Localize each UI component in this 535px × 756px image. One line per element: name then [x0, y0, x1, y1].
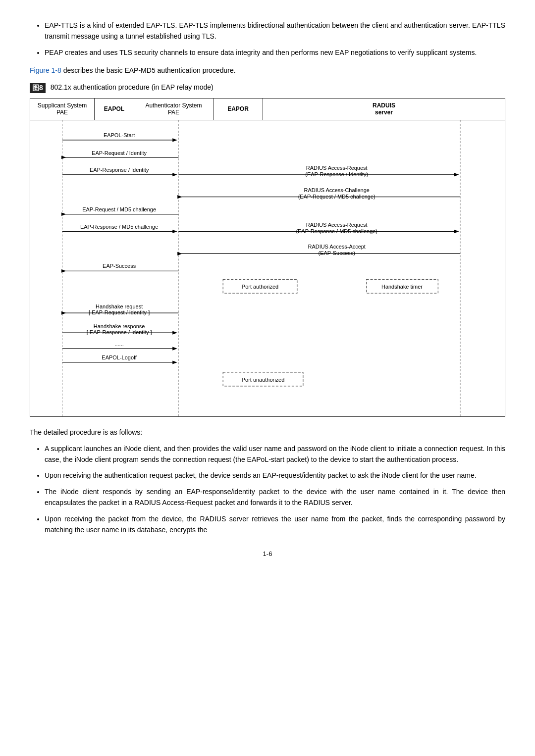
msg-radius-acceptb: (EAP-Success): [319, 250, 355, 256]
msg-eap-resp-id: EAP-Response / Identity: [90, 166, 149, 172]
msg-handshake-req2: [ EAP-Request / Identity ]: [89, 309, 150, 315]
msg-dots: ......: [114, 341, 123, 347]
col-radius-header: RADUISserver: [263, 99, 505, 120]
col-auth-header: Authenticator SystemPAE: [134, 99, 214, 120]
detail-section: The detailed procedure is as follows: A …: [30, 427, 505, 535]
detail-bullet-3: Upon receiving the packet from the devic…: [45, 513, 505, 536]
msg-port-authorized: Port authorized: [242, 284, 278, 290]
msg-radius-access-req1: RADIUS Access-Request: [306, 164, 368, 170]
msg-handshake-timer: Handshake timer: [381, 284, 423, 290]
msg-handshake-req: Handshake request: [96, 303, 143, 309]
msg-handshake-resp: Handshake response: [94, 323, 145, 329]
detail-bullet-2: The iNode client responds by sending an …: [45, 486, 505, 508]
diagram-header: Supplicant SystemPAE EAPOL Authenticator…: [30, 99, 505, 120]
col-eapor-header: EAPOR: [214, 99, 263, 120]
figure-caption: 802.1x authentication procedure (in EAP …: [51, 83, 214, 91]
msg-eap-success: EAP-Success: [103, 263, 136, 269]
msg-radius-accept: RADIUS Access-Accept: [308, 244, 365, 250]
msg-eapol-start: EAPOL-Start: [104, 132, 135, 138]
msg-radius-challengeb: (EAP-Request / MD5 challenge): [298, 193, 375, 199]
col-supplicant-header: Supplicant SystemPAE: [30, 99, 95, 120]
figure-ref-line: Figure 1-8 describes the basic EAP-MD5 a…: [30, 65, 505, 76]
msg-radius-access-req2: RADIUS Access-Request: [306, 221, 368, 227]
detail-intro: The detailed procedure is as follows:: [30, 427, 505, 438]
figure-link[interactable]: Figure 1-8: [30, 66, 61, 74]
detail-bullet-1: Upon receiving the authentication reques…: [45, 470, 505, 481]
figure-number: 图8: [30, 83, 46, 93]
diagram-svg: EAPOL-Start EAP-Request / Identity EAP-R…: [30, 120, 505, 417]
bullet-peap: PEAP creates and uses TLS security chann…: [45, 47, 505, 58]
msg-eap-req-md5: EAP-Request / MD5 challenge: [82, 206, 156, 212]
detail-bullet-0: A supplicant launches an iNode client, a…: [45, 443, 505, 465]
top-bullets: EAP-TTLS is a kind of extended EAP-TLS. …: [45, 20, 505, 58]
col-eapol-header: EAPOL: [95, 99, 134, 120]
figure-ref-suffix: describes the basic EAP-MD5 authenticati…: [61, 66, 236, 74]
msg-radius-challenge: RADIUS Access-Challenge: [304, 187, 370, 193]
figure-caption-line: 图8 802.1x authentication procedure (in E…: [30, 83, 505, 93]
detail-bullets: A supplicant launches an iNode client, a…: [45, 443, 505, 536]
bullet-eapttls: EAP-TTLS is a kind of extended EAP-TLS. …: [45, 20, 505, 42]
diagram-container: Supplicant SystemPAE EAPOL Authenticator…: [30, 98, 505, 417]
msg-radius-access-req1b: (EAP-Response / Identity): [305, 171, 368, 177]
msg-radius-access-req2b: (EAP-Response / MD5 challenge): [296, 228, 377, 234]
msg-port-unauthorized: Port unauthorized: [242, 376, 285, 382]
msg-eap-req-id: EAP-Request / Identity: [92, 150, 147, 155]
msg-eapol-logoff: EAPOL-Logoff: [102, 354, 137, 360]
page-number: 1-6: [30, 550, 505, 557]
msg-eap-resp-md5: EAP-Response / MD5 challenge: [80, 223, 158, 229]
msg-handshake-resp2: [ EAP-Response / Identity ]: [87, 329, 152, 335]
